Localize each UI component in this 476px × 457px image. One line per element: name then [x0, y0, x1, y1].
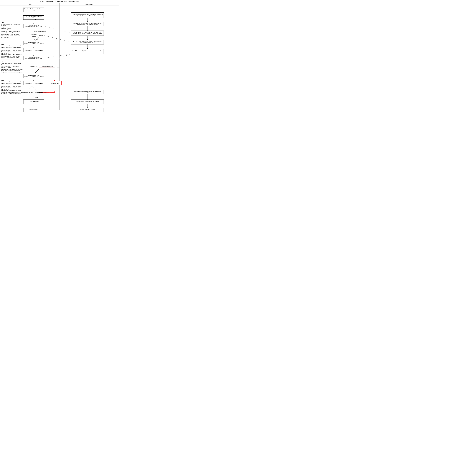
robot-col-header: Robot	[0, 3, 60, 5]
label-completed: Completed	[33, 97, 38, 98]
title-bar: Perform automatic calibration on the rob…	[0, 0, 119, 3]
node-cmd2: Command sent by robot: 701,1,X,Y,Z,A,B,C…	[23, 56, 44, 60]
node-v8: Close the "Calibration" interface	[71, 108, 104, 112]
node-v4: When the "Waiting for the robot to conne…	[71, 40, 104, 44]
node-cmd1: Command sent by robot: 701,0,X,Y,Z,A,B,C…	[23, 24, 44, 28]
node-establish: Establish TCP connection between robot a…	[23, 16, 44, 20]
notes-2: Notes: 1. X,Y,Z,A,B,C is the flange pose…	[1, 44, 22, 60]
node-data1: Data received by robot: 701,7101,0,X,Y,Z…	[23, 41, 44, 45]
node-v6: The robot reaches all calibration points…	[71, 90, 104, 94]
diamond-2: Returned data received	[29, 65, 39, 70]
notes-3: Notes: 1. X,Y,Z,A,B,C is the current fla…	[1, 61, 23, 73]
diamond-1: Returned data received	[29, 33, 39, 38]
vision-col-header: Vision system	[60, 3, 119, 5]
node-v1: Open Mech-Vision and click "Camera Calib…	[71, 12, 104, 18]
vision-arrows	[60, 5, 119, 110]
label-normal: Normal	[34, 39, 38, 40]
diagram-area: Notes: 1. X,Y,Z,A,B,C is the current fla…	[0, 5, 119, 110]
diamond-3: Calibration completed	[28, 89, 40, 96]
node-v7: Calculate extrinsic parameters and view …	[71, 100, 104, 104]
page: Perform automatic calibration on the rob…	[0, 0, 119, 114]
node-v2: Select the robot model and Standard Inte…	[71, 22, 104, 26]
node-data2: Data received by robot: 701,7101,0,X,Y,Z…	[23, 74, 44, 78]
columns-header: Robot Vision system	[0, 3, 119, 5]
node-conn-close: Connection closes	[23, 100, 44, 104]
notes-1: Notes: 1. X,Y,Z,A,B,C is the current fla…	[1, 22, 21, 38]
label-timeout2: Data reception times out	[42, 66, 53, 67]
label-timeout1: Data reception times out	[34, 31, 46, 32]
node-v5: In the fifth step (the "Obtain images an…	[71, 49, 104, 54]
vision-column: Open Mech-Vision and click "Camera Calib…	[60, 5, 119, 110]
node-move1: Move robot to next calibration point	[23, 48, 44, 52]
notes-4: Notes: 1. X,Y,Z,A,B,C is the flange pose…	[1, 80, 22, 96]
label-incomplete: incomplete	[22, 91, 27, 92]
node-move2: Move robot to next calibration point	[23, 81, 44, 85]
node-v3: In the third step (the "Connect the robo…	[71, 31, 104, 36]
robot-column: Notes: 1. X,Y,Z,A,B,C is the current fla…	[0, 5, 60, 110]
node-start: Move the robot to the calibration start …	[23, 8, 44, 12]
page-title: Perform automatic calibration on the rob…	[40, 1, 79, 2]
node-calib-stop: Calibration stops	[23, 108, 44, 112]
